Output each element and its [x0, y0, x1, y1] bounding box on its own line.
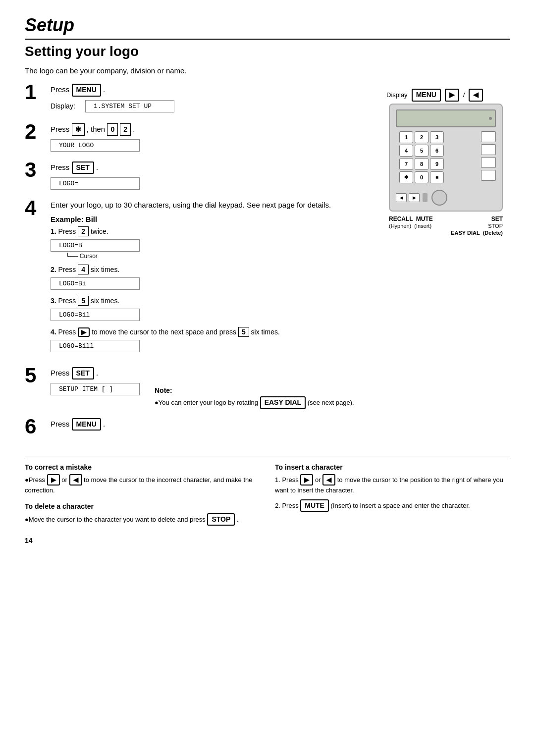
key-0-kp[interactable]: 0: [415, 171, 428, 183]
page-number: 14: [25, 537, 510, 544]
hash-button[interactable]: ✱: [72, 123, 85, 136]
back-btn-correct[interactable]: ◀: [69, 474, 82, 486]
step-1-text-before: Press: [51, 85, 72, 94]
speaker-grill: [423, 193, 428, 202]
key-2-kp[interactable]: 2: [415, 131, 428, 143]
sub-step-2: 2. Press 4 six times. LOGO=Bi: [51, 265, 367, 291]
mute-label: MUTE: [416, 216, 433, 222]
delete-label: (Delete): [483, 230, 503, 236]
device-box: 1 2 3 4 5 6 7 8 9 ✱ 0 ■: [389, 104, 503, 212]
key-8-kp[interactable]: 8: [415, 158, 428, 170]
easy-dial-wheel[interactable]: [431, 190, 447, 206]
step-2-num: 2: [25, 121, 51, 142]
forward-btn-insert[interactable]: ▶: [300, 474, 313, 486]
right-key-4[interactable]: [481, 170, 496, 181]
step-6-content: Press MENU .: [51, 418, 367, 433]
insert-char-step1: 1. Press ▶ or ◀ to move the cursor to th…: [275, 474, 510, 495]
step-5-num: 5: [25, 365, 51, 386]
device-display-screen: [396, 109, 496, 127]
key-6-kp[interactable]: 6: [430, 145, 444, 157]
step-4-num: 4: [25, 198, 51, 218]
set-button-5[interactable]: SET: [72, 367, 94, 380]
key-1[interactable]: 1: [399, 131, 413, 143]
stop-btn-delete[interactable]: STOP: [207, 513, 235, 526]
set-label: SET: [491, 216, 503, 222]
menu-btn-diagram[interactable]: MENU: [412, 89, 441, 102]
key-hash-kp[interactable]: ■: [430, 171, 444, 183]
nav-right-kp[interactable]: ▶: [409, 193, 420, 202]
steps-column: 1 Press MENU . Display: 1.SYSTEM SET UP …: [25, 84, 367, 446]
step-5-content: Press SET . SETUP ITEM [ ] Note: ●You ca…: [51, 367, 367, 409]
key-7-kp[interactable]: 7: [399, 158, 413, 170]
correct-mistake-title: To correct a mistake: [25, 463, 260, 471]
right-key-1[interactable]: [481, 131, 496, 142]
menu-button-6[interactable]: MENU: [72, 418, 101, 431]
key-9-kp[interactable]: 9: [430, 158, 444, 170]
mute-btn-insert[interactable]: MUTE: [300, 499, 329, 512]
section-title: Setting your logo: [25, 44, 510, 59]
step-6-text-after: .: [103, 420, 105, 428]
insert-char-step2: 2. Press MUTE (Insert) to insert a space…: [275, 499, 510, 512]
step-1-text-after: .: [103, 85, 105, 94]
step-6-text-before: Press: [51, 420, 72, 428]
right-key-3[interactable]: [481, 157, 496, 168]
sub-step-1: 1. Press 2 twice. LOGO=B └── Cursor: [51, 226, 367, 260]
key-0[interactable]: 0: [107, 123, 118, 136]
set-button-3[interactable]: SET: [72, 162, 94, 174]
easy-dial-note[interactable]: EASY DIAL: [260, 396, 306, 409]
display-logo-bi: LOGO=Bi: [51, 277, 140, 290]
section-divider: [25, 456, 510, 456]
step-1: 1 Press MENU . Display: 1.SYSTEM SET UP: [25, 84, 367, 114]
device-diagram-column: Display MENU ▶ / ◀ 1 2: [381, 84, 510, 446]
key-3-kp[interactable]: 3: [430, 131, 444, 143]
keypad-grid: 1 2 3 4 5 6 7 8 9 ✱ 0 ■: [399, 131, 444, 183]
stop-label: STOP: [488, 223, 503, 229]
right-keys-area: [481, 131, 496, 206]
back-btn-diagram[interactable]: ◀: [469, 89, 483, 102]
note-text: ●You can enter your logo by rotating EAS…: [155, 396, 354, 409]
insert-char-title: To insert a character: [275, 463, 510, 471]
step-2-content: Press ✱ , then 0 2 . YOUR LOGO: [51, 123, 367, 153]
display-logo-bil: LOGO=Bil: [51, 309, 140, 321]
step-3-num: 3: [25, 160, 51, 180]
display-value-3: LOGO=: [51, 177, 140, 190]
step-1-num: 1: [25, 82, 51, 103]
step-2-text-mid: , then: [87, 125, 107, 133]
display-label-1: Display:: [51, 102, 80, 110]
example-section: Example: Bill 1. Press 2 twice. LOGO=B └…: [51, 215, 367, 353]
step-1-content: Press MENU . Display: 1.SYSTEM SET UP: [51, 84, 367, 114]
slash-diagram: /: [463, 91, 465, 99]
insert-label: (Insert): [414, 223, 431, 229]
step-6: 6 Press MENU .: [25, 418, 367, 437]
key-4-sub2[interactable]: 4: [78, 265, 89, 274]
forward-btn-correct[interactable]: ▶: [47, 474, 60, 486]
device-diagram: Display MENU ▶ / ◀ 1 2: [381, 89, 510, 236]
intro-text: The logo can be your company, division o…: [25, 66, 510, 75]
step-4: 4 Enter your logo, up to 30 characters, …: [25, 200, 367, 358]
key-2-sub1[interactable]: 2: [78, 226, 89, 236]
key-5-sub4[interactable]: 5: [238, 327, 249, 337]
step-5: 5 Press SET . SETUP ITEM [ ] Note: ●You …: [25, 367, 367, 409]
back-btn-insert[interactable]: ◀: [322, 474, 335, 486]
display-value-1: 1.SYSTEM SET UP: [85, 100, 174, 112]
step-4-text: Enter your logo, up to 30 characters, us…: [51, 200, 367, 211]
key-5-sub3[interactable]: 5: [78, 296, 89, 306]
hyphen-label: (Hyphen): [389, 223, 411, 229]
page-title: Setup: [25, 15, 510, 40]
right-key-2[interactable]: [481, 144, 496, 155]
step-3-text-before: Press: [51, 163, 72, 171]
step-2-text-after: .: [133, 125, 135, 133]
forward-btn-diagram[interactable]: ▶: [445, 89, 459, 102]
display-logo-bill: LOGO=Bill: [51, 340, 140, 352]
step-3-text-after: .: [96, 163, 98, 171]
step-3: 3 Press SET . LOGO=: [25, 162, 367, 191]
nav-left-kp[interactable]: ◀: [396, 193, 407, 202]
key-2[interactable]: 2: [120, 123, 131, 136]
sub-step-4: 4. Press ▶ to move the cursor to the nex…: [51, 327, 367, 353]
key-4-kp[interactable]: 4: [399, 145, 413, 157]
correct-mistake-text: ●Press ▶ or ◀ to move the cursor to the …: [25, 474, 260, 495]
key-5-kp[interactable]: 5: [415, 145, 428, 157]
key-star-kp[interactable]: ✱: [399, 171, 413, 183]
cursor-arrow: └── Cursor: [65, 253, 98, 260]
menu-button-1[interactable]: MENU: [72, 84, 101, 97]
